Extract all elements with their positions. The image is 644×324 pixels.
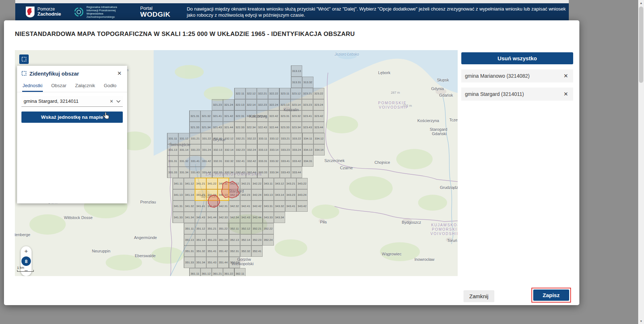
grid-cell[interactable]: 351.12 [195, 223, 206, 234]
grid-cell[interactable]: 361.11 [189, 268, 201, 276]
grid-cell[interactable]: 331.22 [201, 133, 212, 144]
grid-cell[interactable]: 332.42 [246, 155, 257, 167]
grid-cell[interactable]: 333.13 [257, 144, 268, 155]
grid-cell[interactable]: 323.13 [279, 99, 291, 110]
grid-cell[interactable]: 322.42 [268, 110, 279, 122]
grid-cell[interactable]: 323.34 [291, 122, 302, 133]
grid-cell[interactable]: 322.23 [257, 99, 268, 110]
grid-cell[interactable]: 332.14 [223, 144, 235, 155]
grid-cell[interactable]: 323.23 [302, 99, 313, 110]
grid-cell[interactable]: 331.31 [167, 155, 178, 167]
grid-cell[interactable]: 331.23 [190, 144, 201, 155]
grid-cell[interactable]: 331.32 [178, 155, 190, 167]
grid-cell[interactable]: 331.34 [178, 167, 190, 178]
unit-combobox[interactable]: gmina Stargard, 3214011 ✕ [21, 96, 123, 107]
grid-cell[interactable]: 323.12 [291, 88, 302, 99]
grid-cell[interactable]: 321.23 [212, 99, 223, 110]
grid-cell[interactable]: 341.32 [184, 201, 195, 212]
grid-cell[interactable]: 351.43 [206, 257, 218, 268]
grid-cell[interactable]: 331.11 [167, 133, 178, 144]
grid-cell[interactable]: 322.34 [246, 122, 257, 133]
grid-cell[interactable]: 313.32 [302, 77, 313, 88]
grid-cell[interactable]: 343.32 [274, 201, 285, 212]
grid-cell[interactable]: 352.11 [229, 223, 240, 234]
grid-cell[interactable]: 342.23 [240, 189, 251, 201]
grid-cell[interactable]: 351.23 [206, 234, 218, 246]
grid-cell[interactable]: 332.13 [212, 144, 223, 155]
grid-cell[interactable]: 333.21 [280, 133, 291, 144]
grid-cell[interactable]: 343.21 [285, 178, 296, 189]
close-dialog-button[interactable]: Zamknij [463, 290, 494, 302]
grid-cell[interactable]: 333.24 [291, 144, 302, 155]
grid-cell[interactable]: 321.34 [201, 122, 212, 133]
grid-cell[interactable]: 351.42 [218, 246, 229, 257]
grid-cell[interactable]: 351.13 [184, 234, 195, 246]
remove-item-icon[interactable]: ✕ [562, 72, 570, 80]
grid-cell[interactable]: 333.11 [257, 133, 268, 144]
grid-cell[interactable]: 352.41 [251, 246, 263, 257]
scrollbar-thumb[interactable] [639, 7, 643, 83]
grid-cell[interactable]: 343.14 [274, 189, 285, 201]
grid-cell[interactable]: 343.11 [263, 178, 274, 189]
zoom-in-button[interactable]: + [21, 247, 31, 256]
grid-cell[interactable]: 343.42 [296, 201, 308, 212]
grid-cell[interactable]: 342.22 [251, 178, 263, 189]
grid-cell[interactable]: 341.21 [195, 178, 206, 189]
grid-cell[interactable]: 331.33 [167, 167, 178, 178]
grid-cell[interactable]: 342.11 [218, 178, 229, 189]
grid-cell[interactable]: 342.24 [251, 189, 263, 201]
grid-cell[interactable]: 323.31 [279, 110, 291, 122]
grid-cell[interactable]: 341.42 [206, 201, 218, 212]
grid-cell[interactable]: 352.24 [263, 234, 274, 246]
grid-cell[interactable]: 342.44 [251, 212, 263, 223]
grid-cell[interactable]: 352.31 [229, 246, 240, 257]
grid-cell[interactable]: 322.11 [234, 88, 246, 99]
grid-cell[interactable]: 343.22 [296, 178, 308, 189]
grid-cell[interactable]: 342.33 [218, 212, 229, 223]
grid-cell[interactable]: 323.14 [291, 99, 302, 110]
grid-cell[interactable]: 343.23 [285, 189, 296, 201]
grid-cell[interactable]: 361.22 [223, 268, 234, 276]
grid-cell[interactable]: 341.22 [206, 178, 218, 189]
grid-cell[interactable]: 341.11 [173, 178, 184, 189]
grid-cell[interactable]: 323.33 [279, 122, 291, 133]
grid-cell[interactable]: 322.14 [246, 99, 257, 110]
grid-cell[interactable]: 351.11 [184, 223, 195, 234]
grid-cell[interactable]: 323.41 [302, 110, 313, 122]
scroll-up-icon[interactable]: ▲ [638, 0, 644, 6]
grid-cell[interactable]: 332.12 [223, 133, 235, 144]
grid-cell[interactable]: 323.44 [313, 122, 324, 133]
map[interactable]: Jezioro ŁebskoLęborkSłupskGdyniaGdańsk28… [15, 50, 458, 276]
scroll-down-icon[interactable]: ▼ [638, 318, 644, 324]
grid-cell[interactable]: 342.31 [218, 201, 229, 212]
grid-cell[interactable]: 333.41 [280, 155, 291, 167]
grid-cell[interactable]: 351.34 [195, 257, 206, 268]
grid-cell[interactable]: 361.12 [201, 268, 212, 276]
grid-cell[interactable]: 341.44 [206, 212, 218, 223]
grid-cell[interactable]: 323.22 [313, 88, 324, 99]
grid-cell[interactable]: 342.13 [218, 189, 229, 201]
grid-cell[interactable]: 351.21 [206, 223, 218, 234]
grid-cell[interactable]: 322.24 [268, 99, 279, 110]
tab-zalacznik[interactable]: Załącznik [75, 81, 96, 92]
page-scrollbar[interactable]: ▲ ▼ [638, 0, 644, 324]
grid-cell[interactable]: 322.31 [234, 110, 246, 122]
grid-cell[interactable]: 322.22 [268, 88, 279, 99]
grid-cell[interactable]: 342.21 [240, 178, 251, 189]
grid-cell[interactable]: 321.44 [223, 122, 234, 133]
grid-cell[interactable]: 352.21 [251, 223, 263, 234]
grid-cell[interactable]: 351.31 [184, 246, 195, 257]
grid-cell[interactable]: 351.24 [218, 234, 229, 246]
grid-cell[interactable]: 331.13 [167, 144, 178, 155]
grid-cell[interactable]: 351.41 [206, 246, 218, 257]
grid-cell[interactable]: 341.34 [184, 212, 195, 223]
grid-cell[interactable]: 352.22 [263, 223, 274, 234]
grid-cell[interactable]: 352.32 [240, 246, 251, 257]
grid-cell[interactable]: 341.13 [173, 189, 184, 201]
grid-cell[interactable]: 322.12 [246, 88, 257, 99]
grid-cell[interactable]: 361.21 [212, 268, 223, 276]
grid-cell[interactable]: 313.13 [291, 65, 302, 77]
grid-cell[interactable]: 331.44 [201, 167, 212, 178]
grid-cell[interactable]: 334.11 [302, 133, 313, 144]
close-icon[interactable]: ✕ [116, 70, 123, 77]
